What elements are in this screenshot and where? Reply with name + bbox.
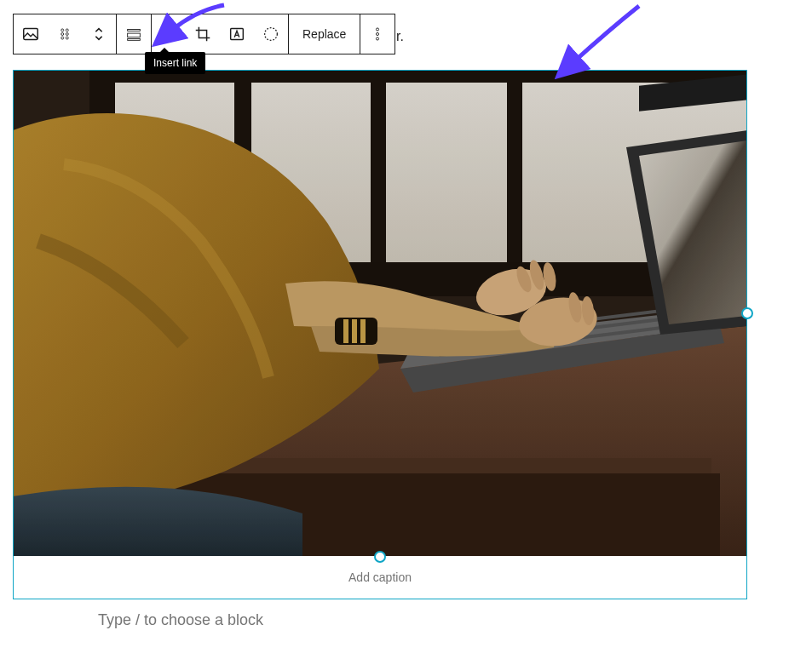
tooltip-insert-link: Insert link [145,52,205,74]
annotation-arrow-link [166,3,226,37]
resize-handle-bottom[interactable] [374,551,386,563]
svg-rect-7 [128,30,141,32]
more-options-icon[interactable] [360,14,394,54]
svg-point-6 [66,37,68,39]
svg-rect-46 [14,71,746,556]
resize-handle-right[interactable] [741,307,753,319]
svg-point-1 [61,29,64,32]
svg-point-14 [377,32,379,35]
image-block-icon[interactable] [14,14,48,54]
annotation-arrow-image [567,4,643,68]
replace-button[interactable]: Replace [289,14,360,54]
image-block-selected[interactable]: Add caption [13,70,747,599]
svg-rect-8 [128,33,141,37]
duotone-icon[interactable] [254,14,288,54]
move-updown-icon[interactable] [82,14,116,54]
svg-point-13 [377,28,379,31]
drag-handle-icon[interactable] [48,14,82,54]
align-icon[interactable] [117,14,151,54]
svg-point-4 [66,33,68,36]
image-content[interactable] [14,71,746,556]
svg-point-15 [377,37,379,40]
block-appender-prompt[interactable]: Type / to choose a block [98,611,746,629]
svg-point-5 [61,37,64,39]
svg-rect-9 [128,39,141,41]
svg-point-2 [66,29,68,32]
background-text: r. [396,29,404,44]
svg-point-3 [61,33,64,36]
caption-placeholder: Add caption [348,570,412,584]
svg-rect-0 [24,29,38,40]
